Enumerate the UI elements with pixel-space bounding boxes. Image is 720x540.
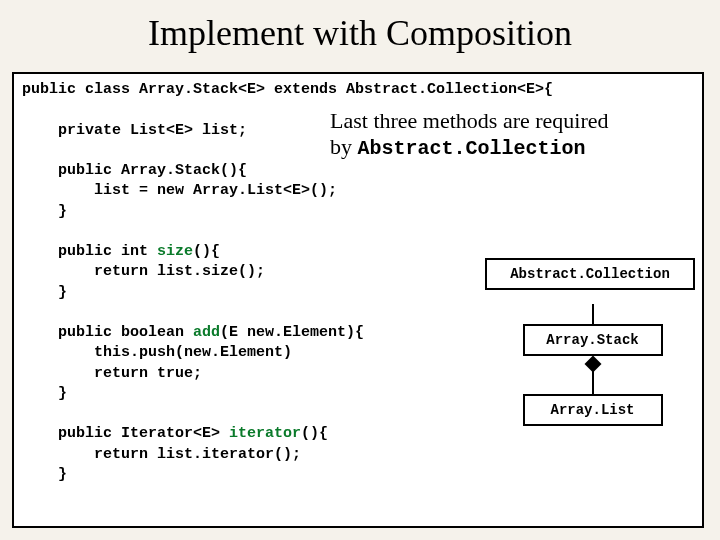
diamond-icon xyxy=(584,356,601,373)
uml-abstract-collection: Abstract.Collection xyxy=(485,258,695,290)
uml-line xyxy=(592,304,594,324)
uml-line xyxy=(592,370,594,394)
page-title: Implement with Composition xyxy=(0,0,720,62)
uml-array-stack: Array.Stack xyxy=(523,324,663,356)
callout-note: Last three methods are required by Abstr… xyxy=(330,108,670,161)
uml-composition-arrow xyxy=(485,356,700,394)
uml-array-list: Array.List xyxy=(523,394,663,426)
uml-inheritance-arrow xyxy=(485,290,700,324)
callout-line2-mono: Abstract.Collection xyxy=(358,137,586,160)
uml-diagram: Abstract.Collection Array.Stack Array.Li… xyxy=(485,258,700,426)
callout-line2-pre: by xyxy=(330,134,358,159)
triangle-up-icon xyxy=(585,292,601,304)
callout-line1: Last three methods are required xyxy=(330,108,609,133)
